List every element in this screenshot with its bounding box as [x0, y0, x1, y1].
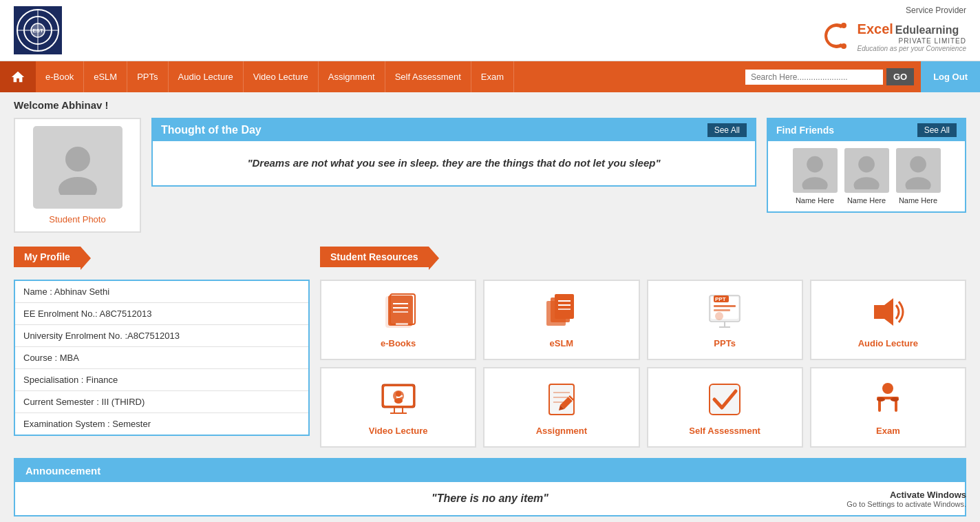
pages-svg-icon: [541, 291, 582, 333]
svg-point-59: [877, 397, 885, 401]
profile-field-sem: Current Semester : III (THIRD): [14, 391, 309, 413]
windows-activation-line2: Go to Settings to activate Windows.: [846, 500, 966, 508]
svg-point-48: [394, 398, 403, 404]
brand-tagline: Education as per your Convenience: [858, 45, 966, 52]
left-column: Student Photo: [14, 118, 141, 240]
ebooks-label: e-Books: [381, 338, 416, 348]
brand-text: Excel Edulearning PRIVATE LIMITED Educat…: [858, 21, 966, 52]
brand-subtitle: PRIVATE LIMITED: [858, 37, 966, 45]
nav-video[interactable]: Video Lecture: [244, 61, 319, 92]
svg-text:EST: EST: [32, 28, 43, 34]
thought-see-all-button[interactable]: See All: [707, 123, 747, 137]
brand-area: Excel Edulearning PRIVATE LIMITED Educat…: [818, 19, 966, 55]
profile-row-exam: Examination System : Semester: [14, 413, 309, 436]
nav-self-assessment[interactable]: Self Assessment: [385, 61, 471, 92]
video-label: Video Lecture: [369, 426, 428, 436]
svg-point-55: [882, 383, 893, 394]
thought-title: Thought of the Day: [161, 124, 262, 136]
svg-point-60: [891, 397, 899, 401]
resource-self-assessment[interactable]: Self Assessment: [647, 367, 803, 448]
photo-placeholder: [33, 126, 122, 209]
friend-avatar-1: [793, 148, 838, 193]
exam-icon: [867, 379, 908, 420]
announcement-text: "There is no any item": [25, 492, 955, 505]
svg-point-7: [841, 43, 846, 49]
profile-row-ee: EE Enrolment No.: A8C7512013: [14, 303, 309, 325]
announcement-box: Announcement "There is no any item": [14, 458, 966, 516]
ebooks-icon: [378, 291, 419, 333]
header-right: Service Provider Excel Edulearning PRIVA…: [818, 6, 966, 55]
main-content: Welcome Abhinav ! Student Photo Thought …: [0, 92, 980, 522]
brand-name-edu: Edulearning: [895, 24, 959, 36]
bottom-row: My Profile Name : Abhinav Sethi EE Enrol…: [14, 247, 966, 448]
logo-svg: EST: [14, 6, 62, 54]
go-button[interactable]: GO: [886, 68, 914, 85]
nav-ppts[interactable]: PPTs: [127, 61, 168, 92]
pen-svg-icon: [541, 379, 582, 420]
nav-assignment[interactable]: Assignment: [319, 61, 385, 92]
profile-section: My Profile Name : Abhinav Sethi EE Enrol…: [14, 247, 310, 448]
profile-table: Name : Abhinav Sethi EE Enrolment No.: A…: [14, 280, 310, 436]
friend-person-icon-2: [848, 152, 886, 189]
announcement-header: Announcement: [15, 459, 965, 482]
profile-row-spec: Specialisation : Finance: [14, 369, 309, 391]
speaker-svg-icon: [867, 291, 908, 333]
svg-point-10: [807, 156, 823, 173]
assignment-icon: [541, 379, 582, 420]
nav-audio[interactable]: Audio Lecture: [169, 61, 244, 92]
svg-point-8: [65, 147, 90, 171]
home-icon: [10, 70, 25, 85]
nav-exam[interactable]: Exam: [471, 61, 514, 92]
friends-see-all-button[interactable]: See All: [917, 123, 957, 137]
video-icon: [378, 379, 419, 420]
resource-ppts[interactable]: PPT PPTs: [647, 280, 803, 360]
profile-field-spec: Specialisation : Finance: [14, 369, 309, 391]
resource-eslm[interactable]: eSLM: [483, 280, 639, 360]
brand-c-icon: [818, 19, 852, 53]
profile-field-uni: University Enrolment No. :A8C7512013: [14, 325, 309, 347]
svg-point-9: [58, 177, 97, 195]
page-header: EST Service Provider Excel Edulearning P…: [0, 0, 980, 61]
self-assessment-icon: [704, 379, 745, 420]
profile-row-course: Course : MBA: [14, 347, 309, 369]
friend-name-1: Name Here: [793, 196, 838, 205]
windows-activation-line1: Activate Windows: [846, 490, 966, 500]
thought-of-day-box: Thought of the Day See All "Dreams are n…: [151, 118, 756, 187]
logout-button[interactable]: Log Out: [921, 61, 980, 92]
friend-person-icon-3: [899, 152, 937, 189]
student-photo-label: Student Photo: [22, 214, 133, 225]
check-svg-icon: [704, 379, 745, 420]
resource-video[interactable]: Video Lecture: [320, 367, 476, 448]
svg-rect-25: [555, 294, 574, 319]
desk-svg-icon: [867, 379, 908, 420]
monitor-svg-icon: [378, 379, 419, 420]
header-left: EST: [14, 6, 62, 54]
top-row: Student Photo Thought of the Day See All…: [14, 118, 966, 240]
resource-assignment[interactable]: Assignment: [483, 367, 639, 448]
svg-rect-33: [714, 305, 736, 307]
windows-activation-notice: Activate Windows Go to Settings to activ…: [846, 490, 966, 508]
resource-audio[interactable]: Audio Lecture: [810, 280, 966, 360]
profile-field-name: Name : Abhinav Sethi: [14, 280, 309, 303]
profile-field-course: Course : MBA: [14, 347, 309, 369]
search-input[interactable]: [745, 70, 883, 85]
thought-text: "Dreams are not what you see in sleep. t…: [167, 155, 741, 171]
nav-eslm[interactable]: eSLM: [84, 61, 127, 92]
profile-row-sem: Current Semester : III (THIRD): [14, 391, 309, 413]
announcement-section: Announcement "There is no any item": [14, 458, 966, 516]
resource-ebooks[interactable]: e-Books: [320, 280, 476, 360]
resource-exam[interactable]: Exam: [810, 367, 966, 448]
profile-field-ee: EE Enrolment No.: A8C7512013: [14, 303, 309, 325]
welcome-message: Welcome Abhinav !: [14, 99, 966, 111]
center-column: Thought of the Day See All "Dreams are n…: [151, 118, 756, 240]
friend-item-1: Name Here: [793, 148, 838, 205]
person-placeholder-icon: [50, 140, 105, 195]
nav-ebook[interactable]: e-Book: [36, 61, 84, 92]
audio-icon: [867, 291, 908, 333]
ppts-icon: PPT: [704, 291, 745, 333]
resources-section: Student Resources: [320, 247, 966, 448]
nav-bar: e-Book eSLM PPTs Audio Lecture Video Lec…: [0, 61, 980, 92]
friend-item-2: Name Here: [844, 148, 889, 205]
svg-rect-34: [714, 309, 730, 311]
home-nav-item[interactable]: [0, 61, 36, 92]
